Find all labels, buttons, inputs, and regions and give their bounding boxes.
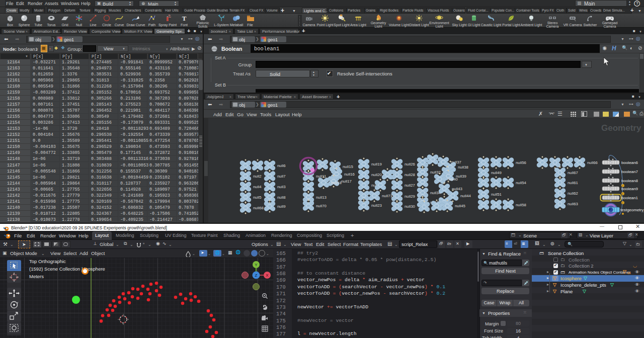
svg-text:null70: null70 <box>316 204 327 208</box>
svg-text:null66: null66 <box>587 160 598 165</box>
svg-text:null40: null40 <box>447 177 458 182</box>
svg-text:null61: null61 <box>568 181 578 185</box>
svg-text:null4: null4 <box>253 185 262 189</box>
svg-text:null18: null18 <box>331 181 342 185</box>
svg-text:null28: null28 <box>405 173 415 177</box>
svg-text:null8: null8 <box>277 195 285 200</box>
svg-text:null62: null62 <box>568 191 578 196</box>
svg-text:null5: null5 <box>253 195 262 200</box>
svg-text:Z: Z <box>255 273 258 278</box>
svg-text:null63: null63 <box>568 202 578 206</box>
svg-text:boolean6: boolean6 <box>621 160 638 165</box>
svg-text:null17: null17 <box>341 179 352 184</box>
svg-text:T: T <box>182 15 187 22</box>
svg-text:null2: null2 <box>253 174 261 179</box>
svg-text:null6: null6 <box>277 163 285 168</box>
svg-text:null67: null67 <box>568 171 578 175</box>
svg-text:null51: null51 <box>491 192 502 197</box>
svg-text:boolean8: boolean8 <box>621 179 638 183</box>
svg-text:boolean1: boolean1 <box>621 196 638 200</box>
svg-text:testgeometry_: testgeometry_ <box>620 208 644 212</box>
svg-text:null58: null58 <box>516 203 526 207</box>
svg-text:null56: null56 <box>516 160 526 165</box>
svg-text:null23: null23 <box>371 203 382 208</box>
svg-text:null9: null9 <box>277 204 285 209</box>
svg-text:null26: null26 <box>405 162 415 166</box>
svg-text:null29: null29 <box>405 194 415 199</box>
svg-text:null20: null20 <box>371 173 382 177</box>
svg-text:boolean7: boolean7 <box>621 170 638 174</box>
svg-text:X: X <box>266 273 269 278</box>
svg-text:null30: null30 <box>405 204 415 209</box>
svg-text:boolean9: boolean9 <box>621 187 638 191</box>
svg-text:null27: null27 <box>405 183 415 188</box>
svg-text:null15: null15 <box>343 164 353 169</box>
svg-text:null38: null38 <box>458 165 468 170</box>
svg-text:null49: null49 <box>491 171 502 175</box>
svg-text:null45: null45 <box>455 204 465 208</box>
svg-text:null3: null3 <box>277 185 285 189</box>
svg-text:null7: null7 <box>277 174 285 179</box>
svg-text:null44: null44 <box>460 194 471 198</box>
svg-text:null13: null13 <box>316 195 327 200</box>
svg-text:null16: null16 <box>344 172 355 177</box>
svg-text:null71: null71 <box>382 194 392 198</box>
svg-text:null54: null54 <box>516 181 526 185</box>
svg-text:null68: null68 <box>253 206 264 210</box>
svg-text:null19: null19 <box>371 162 382 166</box>
svg-text:Y: Y <box>255 263 258 267</box>
